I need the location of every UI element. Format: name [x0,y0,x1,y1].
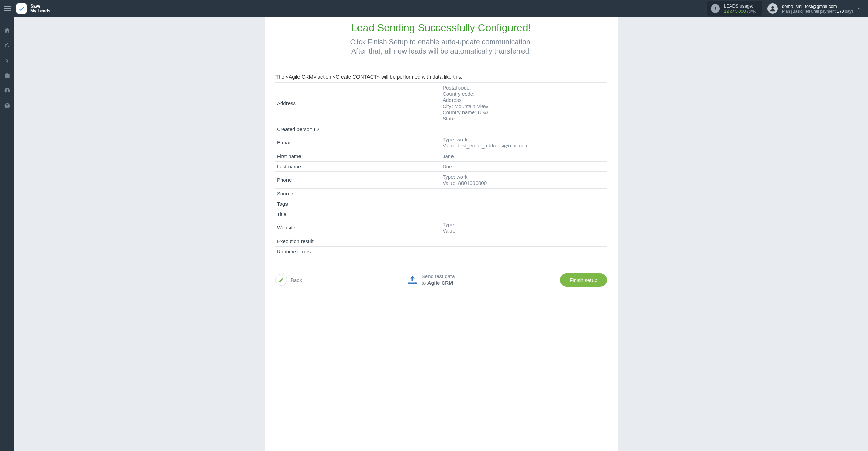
table-row: E-mailType: workValue: test_email_addres… [275,134,607,151]
logo-icon[interactable] [16,3,27,14]
action-description: The «Agile CRM» action «Create CONTACT» … [265,74,618,80]
field-key: First name [275,151,441,161]
table-row: Tags [275,199,607,209]
svg-point-2 [7,89,8,91]
table-row: WebsiteType:Value: [275,219,607,236]
usage-pct: (0%) [747,9,756,14]
data-preview-table: AddressPostal code:Country code:Address:… [275,82,607,257]
back-label: Back [291,277,302,283]
user-plan: Plan |Basic| left until payment 170 days [782,9,854,14]
field-value: Type: workValue: test_email_address@mail… [441,134,607,151]
usage-of: of [730,9,734,14]
menu-toggle-icon[interactable] [4,4,12,13]
table-row: First nameJane [275,151,607,161]
field-value [441,124,607,134]
user-email: demo_sml_test@gmail.com [782,4,854,9]
avatar-icon [767,3,778,14]
field-key: Created person ID [275,124,441,134]
page-heading: Lead Sending Successfully Configured! [265,22,618,34]
table-row: Created person ID [275,124,607,134]
home-icon[interactable] [4,27,11,34]
pencil-icon [275,274,287,286]
back-button[interactable]: Back [275,274,302,286]
send-test-button[interactable]: Send test data to Agile CRM [407,273,455,286]
field-value: Postal code:Country code:Address:City: M… [441,82,607,124]
field-key: Title [275,209,441,219]
field-value [441,199,607,209]
usage-total: 5'000 [735,9,746,14]
table-row: Last nameDoe [275,161,607,171]
field-key: Phone [275,171,441,188]
field-key: Source [275,188,441,199]
table-row: Title [275,209,607,219]
field-value [441,246,607,257]
field-value: Type: workValue: 8001000000 [441,171,607,188]
main-content: Lead Sending Successfully Configured! Cl… [14,17,868,451]
page-subheading: Click Finish Setup to enable auto-update… [265,37,618,56]
field-key: E-mail [275,134,441,151]
usage-text: LEADS usage: 12 of 5'000 (0%) [724,3,756,14]
app-header: Save My Leads. i LEADS usage: 12 of 5'00… [0,0,868,17]
svg-rect-4 [408,283,409,284]
content-panel: Lead Sending Successfully Configured! Cl… [265,17,618,451]
field-key: Address [275,82,441,124]
upload-icon [407,275,418,285]
usage-box[interactable]: i LEADS usage: 12 of 5'000 (0%) [707,1,762,16]
brand-name: Save My Leads. [30,4,52,13]
table-row: Source [275,188,607,199]
sidebar [0,17,14,451]
sitemap-icon[interactable] [4,42,11,49]
svg-rect-5 [415,283,417,284]
briefcase-icon[interactable] [4,72,11,79]
field-value [441,209,607,219]
field-value [441,188,607,199]
brand-line1: Save [30,4,52,9]
info-icon: i [711,4,720,13]
field-value: Type:Value: [441,219,607,236]
svg-point-0 [771,6,774,9]
usage-count: 12 [724,9,729,14]
field-key: Website [275,219,441,236]
field-value: Doe [441,161,607,171]
user-menu[interactable]: demo_sml_test@gmail.com Plan |Basic| lef… [767,3,854,14]
table-row: Execution result [275,236,607,246]
finish-setup-button[interactable]: Finish setup [560,273,607,287]
brand-line2: My Leads. [30,9,52,13]
field-value: Jane [441,151,607,161]
chevron-down-icon[interactable] [854,6,864,11]
field-key: Tags [275,199,441,209]
field-value [441,236,607,246]
dollar-icon[interactable] [4,57,11,64]
help-icon[interactable] [4,102,11,109]
table-row: PhoneType: workValue: 8001000000 [275,171,607,188]
footer-actions: Back Send test data to Agile CRM Finish … [265,257,618,287]
field-key: Execution result [275,236,441,246]
usage-label: LEADS usage: [724,3,756,9]
send-test-label: Send test data to Agile CRM [422,273,455,286]
field-key: Last name [275,161,441,171]
table-row: AddressPostal code:Country code:Address:… [275,82,607,124]
user-icon[interactable] [4,87,11,94]
field-key: Runtime errors [275,246,441,257]
table-row: Runtime errors [275,246,607,257]
